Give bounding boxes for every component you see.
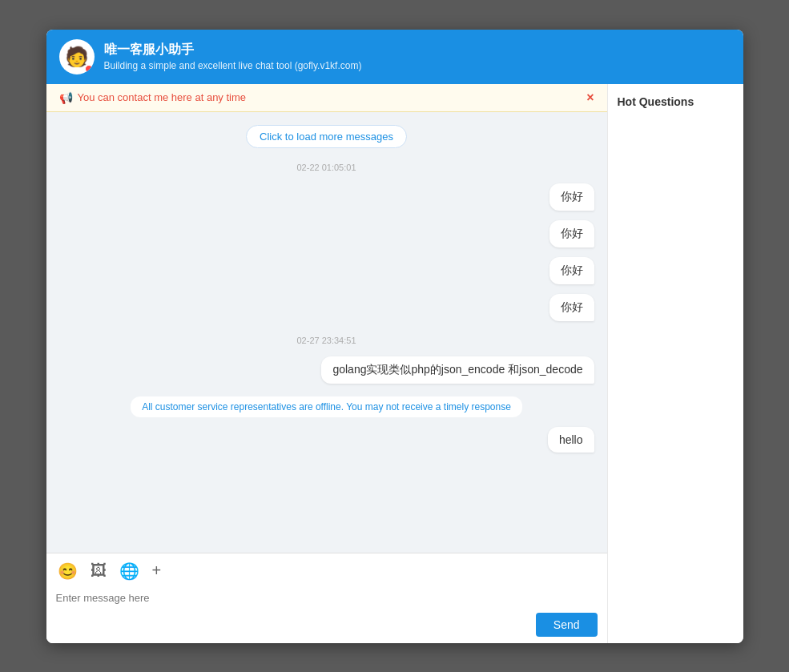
notice-close-button[interactable]: ×: [586, 91, 594, 105]
message-bubble-5: golang实现类似php的json_encode 和json_decode: [59, 356, 594, 384]
message-bubble-2: 你好: [59, 220, 594, 247]
chat-area: 📢 You can contact me here at any time × …: [46, 84, 607, 643]
emoji-button[interactable]: 😊: [56, 560, 79, 582]
message-bubble-4: 你好: [59, 294, 594, 321]
notice-text: You can contact me here at any time: [78, 91, 247, 103]
image-button[interactable]: 🖼: [89, 560, 108, 582]
message-bubble-6: hello: [59, 427, 594, 453]
load-more-button[interactable]: Click to load more messages: [246, 125, 407, 148]
notice-icon: 📢: [59, 91, 73, 104]
online-status-dot: [85, 65, 93, 73]
toolbar: 😊 🖼 🌐 +: [56, 560, 598, 582]
status-message: All customer service representatives are…: [131, 396, 522, 417]
input-bottom: Send: [56, 608, 598, 640]
sidebar: Hot Questions: [607, 84, 743, 643]
messages-container: Click to load more messages 02-22 01:05:…: [46, 112, 607, 553]
timestamp-2: 02-27 23:34:51: [59, 336, 594, 345]
bubble-text-6: hello: [548, 427, 594, 453]
header-title: 唯一客服小助手: [104, 42, 362, 58]
timestamp-1: 02-22 01:05:01: [59, 163, 594, 172]
bubble-text-3: 你好: [549, 257, 594, 284]
header-text: 唯一客服小助手 Building a simple and excellent …: [104, 42, 362, 71]
header-subtitle: Building a simple and excellent live cha…: [104, 60, 362, 71]
bubble-text-4: 你好: [549, 294, 594, 321]
notice-bar: 📢 You can contact me here at any time ×: [46, 84, 607, 112]
bubble-text-2: 你好: [549, 220, 594, 247]
plus-button[interactable]: +: [151, 560, 163, 582]
status-link: timely response: [444, 401, 511, 412]
avatar: 🧑: [59, 39, 95, 74]
message-bubble-1: 你好: [59, 183, 594, 211]
chat-header: 🧑 唯一客服小助手 Building a simple and excellen…: [46, 30, 743, 84]
bubble-text-1: 你好: [549, 183, 594, 211]
message-bubble-3: 你好: [59, 257, 594, 284]
chat-window: 🧑 唯一客服小助手 Building a simple and excellen…: [46, 30, 743, 643]
send-button[interactable]: Send: [536, 613, 598, 637]
notice-left: 📢 You can contact me here at any time: [59, 91, 247, 104]
chat-body: 📢 You can contact me here at any time × …: [46, 84, 743, 643]
globe-button[interactable]: 🌐: [118, 560, 141, 582]
status-text: All customer service representatives are…: [142, 401, 441, 412]
bubble-text-5: golang实现类似php的json_encode 和json_decode: [321, 356, 594, 384]
sidebar-title: Hot Questions: [618, 95, 734, 108]
message-input[interactable]: [56, 589, 598, 608]
input-area: 😊 🖼 🌐 + Send: [46, 553, 607, 643]
